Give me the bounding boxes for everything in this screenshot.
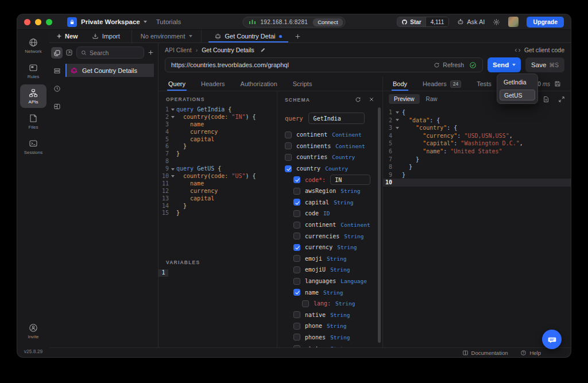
field-checkbox[interactable] — [293, 222, 300, 229]
schema-field-continent[interactable]: continentContinent — [285, 219, 374, 231]
invite-button[interactable]: Invite — [20, 319, 47, 343]
environment-selector[interactable]: No environment — [131, 30, 202, 42]
schema-field-continents[interactable]: continentsContinent — [285, 141, 374, 152]
field-checkbox[interactable] — [293, 278, 300, 285]
chat-widget-button[interactable] — [542, 330, 562, 349]
dropdown-item-getindia[interactable]: GetIndia — [500, 77, 535, 87]
import-button[interactable]: Import — [85, 30, 127, 42]
field-checkbox[interactable] — [293, 266, 300, 273]
response-body-viewer[interactable]: 1{2 "data": {3 "country": {4 "currency":… — [383, 107, 571, 347]
schema-field-code[interactable]: codeID — [285, 208, 374, 219]
schema-field-lang[interactable]: lang:String — [285, 298, 374, 310]
schema-field-name[interactable]: nameString — [285, 287, 374, 298]
schema-field-currency[interactable]: currencyString — [285, 242, 374, 253]
operation-name-input[interactable]: GetIndia — [308, 113, 365, 124]
fold-caret-icon[interactable] — [392, 127, 402, 129]
argument-value-input[interactable]: IN — [330, 175, 370, 185]
sidebar-item-network[interactable]: Network — [20, 34, 47, 57]
search-input[interactable]: Search — [76, 47, 144, 59]
field-checkbox[interactable] — [293, 334, 300, 341]
schema-scrollbar[interactable] — [378, 107, 381, 343]
help-link[interactable]: Help — [520, 350, 541, 356]
field-checkbox[interactable] — [293, 210, 300, 217]
expand-icon[interactable] — [558, 96, 565, 103]
sidebar-item-files[interactable]: Files — [20, 110, 47, 133]
history-tab-icon[interactable] — [51, 83, 63, 94]
github-star-button[interactable]: Star 4,111 — [397, 17, 449, 27]
field-checkbox[interactable] — [293, 311, 300, 318]
close-window-button[interactable] — [24, 19, 30, 25]
upgrade-button[interactable]: Upgrade — [527, 17, 564, 28]
schema-refresh-icon[interactable] — [355, 96, 361, 103]
connect-button[interactable]: Connect — [312, 18, 343, 26]
variables-editor[interactable]: 1 — [158, 269, 277, 277]
tab-authorization[interactable]: Authorization — [241, 77, 277, 91]
request-tab[interactable]: Get Country Detai — [208, 30, 288, 42]
schema-field-native[interactable]: nativeString — [285, 310, 374, 321]
dropdown-item-getus[interactable]: GetUS — [500, 90, 535, 100]
settings-gear-icon[interactable] — [493, 18, 500, 26]
breadcrumb-root[interactable]: API Client — [165, 47, 192, 53]
field-checkbox[interactable] — [285, 131, 292, 138]
schema-field-code[interactable]: code*:IN — [285, 174, 374, 185]
new-button[interactable]: New — [49, 30, 85, 42]
tab-response-headers[interactable]: Headers 24 — [423, 77, 461, 91]
collapse-icon[interactable] — [65, 49, 73, 56]
layout-tab-icon[interactable] — [51, 100, 63, 112]
field-checkbox[interactable] — [293, 233, 300, 239]
environments-tab-icon[interactable] — [51, 65, 63, 76]
field-checkbox[interactable] — [293, 255, 300, 262]
refresh-schema-button[interactable]: Refresh — [434, 61, 464, 68]
schema-field-currencies[interactable]: currenciesString — [285, 230, 374, 242]
field-checkbox[interactable] — [293, 199, 300, 206]
documentation-link[interactable]: Documentation — [462, 350, 508, 356]
send-button[interactable]: Send — [488, 57, 521, 72]
tab-headers[interactable]: Headers — [201, 77, 225, 91]
fold-caret-icon[interactable] — [169, 175, 176, 177]
tab-scripts[interactable]: Scripts — [293, 77, 312, 91]
tutorials-link[interactable]: Tutorials — [156, 18, 181, 25]
collection-item-get-country-details[interactable]: Get Country Details — [65, 64, 154, 77]
preview-toggle[interactable]: Preview — [389, 94, 420, 104]
field-checkbox[interactable] — [293, 289, 300, 296]
operations-editor[interactable]: OPERATIONS 1query GetIndia {2 country(co… — [158, 91, 277, 347]
add-request-button[interactable] — [148, 49, 154, 56]
save-response-icon[interactable] — [554, 80, 561, 87]
schema-field-emoji[interactable]: emojiString — [285, 253, 374, 265]
schema-field-continent[interactable]: continentContinent — [285, 129, 374, 141]
fold-caret-icon[interactable] — [169, 168, 176, 171]
download-file-icon[interactable] — [543, 96, 550, 103]
schema-field-emojiu[interactable]: emojiUString — [285, 264, 374, 276]
new-tab-button[interactable] — [288, 30, 307, 42]
minimize-window-button[interactable] — [35, 19, 41, 25]
field-checkbox[interactable] — [293, 345, 300, 347]
fold-caret-icon[interactable] — [169, 116, 176, 118]
schema-field-phone[interactable]: phoneString — [285, 320, 374, 332]
schema-field-countries[interactable]: countriesCountry — [285, 152, 374, 163]
edit-pencil-icon[interactable] — [260, 47, 266, 53]
schema-close-icon[interactable] — [369, 96, 374, 102]
workspace-name[interactable]: Private Workspace — [81, 18, 140, 25]
field-checkbox[interactable] — [302, 300, 309, 307]
user-avatar[interactable] — [508, 17, 519, 27]
raw-toggle[interactable]: Raw — [426, 96, 438, 102]
graphql-code[interactable]: 1query GetIndia {2 country(code: "IN") {… — [158, 106, 277, 217]
field-checkbox[interactable] — [285, 142, 292, 149]
tab-query[interactable]: Query — [168, 77, 185, 91]
zoom-window-button[interactable] — [46, 19, 52, 25]
ask-ai-button[interactable]: Ask AI — [457, 18, 485, 25]
schema-field-capital[interactable]: capitalString — [285, 197, 374, 208]
tab-body[interactable]: Body — [393, 77, 407, 91]
field-checkbox[interactable] — [293, 244, 300, 251]
sidebar-item-sessions[interactable]: Sessions — [20, 135, 47, 158]
url-input[interactable]: https://countries.trevorblades.com/graph… — [165, 57, 483, 72]
schema-field-states[interactable]: statesState — [285, 343, 374, 347]
fold-caret-icon[interactable] — [392, 111, 402, 114]
collections-tab-icon[interactable] — [51, 47, 63, 59]
field-checkbox[interactable] — [293, 323, 300, 330]
field-checkbox[interactable] — [293, 176, 300, 183]
schema-field-country[interactable]: countryCountry — [285, 163, 374, 175]
schema-field-awsregion[interactable]: awsRegionString — [285, 185, 374, 197]
sidebar-item-apis[interactable]: APIs — [20, 84, 47, 108]
field-checkbox[interactable] — [285, 165, 292, 172]
